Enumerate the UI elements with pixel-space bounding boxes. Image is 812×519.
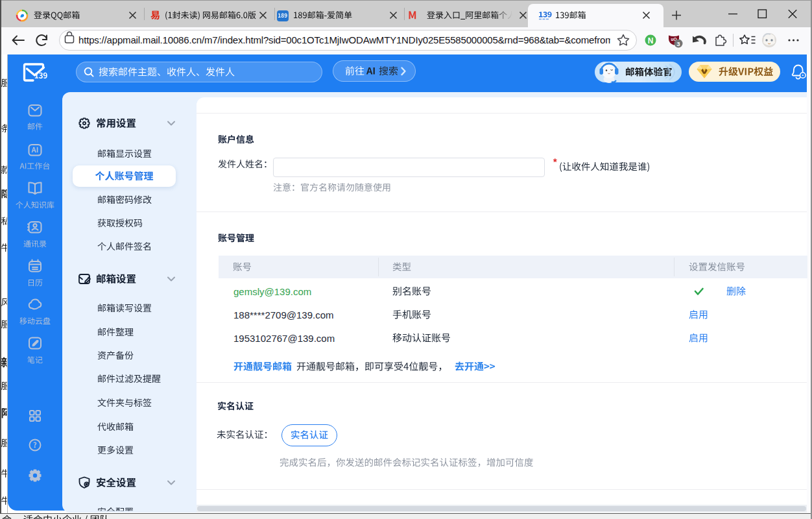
svg-text:3: 3 (676, 40, 680, 47)
svg-text:N: N (648, 36, 654, 45)
